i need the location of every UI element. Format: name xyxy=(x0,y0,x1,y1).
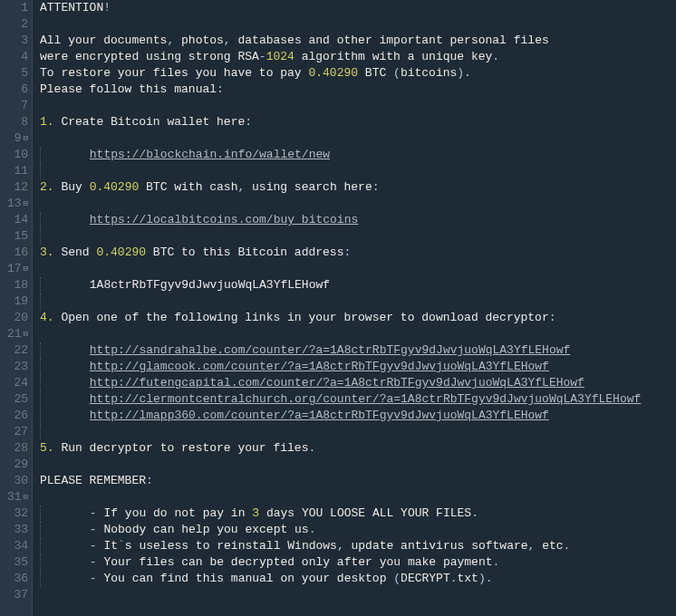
code-line[interactable]: ATTENTION! xyxy=(40,0,676,16)
line-number: 27 xyxy=(7,424,28,440)
code-line[interactable]: - You can find this manual on your deskt… xyxy=(40,571,676,587)
line-number: 31⊟ xyxy=(7,489,28,505)
code-line[interactable]: - Nobody can help you except us. xyxy=(40,522,676,538)
fold-toggle-icon[interactable]: ⊟ xyxy=(24,494,28,502)
indent-guide xyxy=(40,294,47,310)
text-token: - xyxy=(90,506,97,520)
indent-guide xyxy=(40,375,47,391)
url-link[interactable]: https://localbitcoins.com/buy_bitcoins xyxy=(90,213,358,226)
code-line[interactable] xyxy=(40,326,676,342)
text-token: DECRYPT xyxy=(401,572,450,585)
text-token: - xyxy=(90,523,97,536)
text-token: Create Bitcoin wallet here xyxy=(54,115,246,129)
indent-guide xyxy=(40,571,47,587)
line-number: 11 xyxy=(7,163,28,179)
line-number: 25 xyxy=(7,391,28,408)
code-line[interactable]: - If you do not pay in 3 days YOU LOOSE … xyxy=(40,505,676,522)
text-token: : xyxy=(146,474,153,487)
url-link[interactable]: http://futengcapital.com/counter/?a=1A8c… xyxy=(90,376,584,390)
code-line[interactable] xyxy=(40,587,676,603)
code-line[interactable]: 1A8ctrRbTFgyv9dJwvjuoWqLA3YfLEHowf xyxy=(40,277,676,294)
code-line[interactable]: https://localbitcoins.com/buy_bitcoins xyxy=(40,212,676,228)
text-token: photos xyxy=(174,34,224,47)
code-line[interactable]: http://lmapp360.com/counter/?a=1A8ctrRbT… xyxy=(40,408,676,424)
code-line[interactable] xyxy=(40,163,676,179)
code-line[interactable]: 5. Run decryptor to restore your files. xyxy=(40,440,676,457)
code-line[interactable]: - Your files can be decrypted only after… xyxy=(40,554,676,571)
text-token: Your files can be decrypted only after y… xyxy=(97,555,493,569)
code-line[interactable] xyxy=(40,457,676,473)
indent-guide xyxy=(40,391,47,408)
text-token: ). xyxy=(478,572,493,585)
line-number: 24 xyxy=(7,375,28,391)
text-token: - xyxy=(259,50,266,63)
code-line[interactable] xyxy=(40,424,676,440)
url-link[interactable]: http://glamcook.com/counter/?a=1A8ctrRbT… xyxy=(90,360,549,373)
code-line[interactable]: PLEASE REMEMBER: xyxy=(40,473,676,489)
fold-toggle-icon[interactable]: ⊟ xyxy=(24,200,28,208)
code-line[interactable] xyxy=(40,98,676,114)
code-line[interactable]: Please follow this manual: xyxy=(40,82,676,98)
code-line[interactable]: All your documents, photos, databases an… xyxy=(40,33,676,49)
line-number: 19 xyxy=(7,294,28,310)
code-line[interactable]: To restore your files you have to pay 0.… xyxy=(40,65,676,82)
text-token: BTC with cash xyxy=(139,180,237,194)
line-number: 3 xyxy=(7,33,28,49)
indent-guide xyxy=(40,505,47,522)
line-number: 26 xyxy=(7,408,28,424)
code-line[interactable]: - It`s useless to reinstall Windows, upd… xyxy=(40,538,676,554)
text-token: To restore your files you have to pay xyxy=(40,66,308,80)
indent-guide xyxy=(40,342,47,359)
text-token: PLEASE REMEMBER xyxy=(40,474,146,487)
indent-guide xyxy=(40,538,47,554)
code-line[interactable]: https://blockchain.info/wallet/new xyxy=(40,147,676,163)
fold-toggle-icon[interactable]: ⊟ xyxy=(24,265,28,274)
url-link[interactable]: http://lmapp360.com/counter/?a=1A8ctrRbT… xyxy=(90,409,549,422)
text-token: - xyxy=(90,572,97,585)
url-link[interactable]: http://sandrahalbe.com/counter/?a=1A8ctr… xyxy=(90,343,571,357)
text-token: algorithm with a unique key xyxy=(295,50,492,63)
code-area[interactable]: ATTENTION!All your documents, photos, da… xyxy=(33,0,676,616)
code-line[interactable]: 1. Create Bitcoin wallet here: xyxy=(40,114,676,130)
text-token: 0.40290 xyxy=(308,66,358,80)
line-number: 36 xyxy=(7,571,28,587)
url-link[interactable]: https://blockchain.info/wallet/new xyxy=(90,148,330,161)
text-token: All your documents xyxy=(40,34,167,47)
text-token: databases and other important personal f… xyxy=(231,34,549,47)
code-line[interactable] xyxy=(40,228,676,245)
code-line[interactable]: http://sandrahalbe.com/counter/?a=1A8ctr… xyxy=(40,342,676,359)
code-line[interactable] xyxy=(40,261,676,277)
code-line[interactable]: 4. Open one of the following links in yo… xyxy=(40,310,676,326)
line-number: 9⊟ xyxy=(7,130,28,147)
text-token: ( xyxy=(393,66,401,80)
code-line[interactable]: http://futengcapital.com/counter/?a=1A8c… xyxy=(40,375,676,391)
code-line[interactable] xyxy=(40,16,676,33)
line-number: 12 xyxy=(7,179,28,196)
line-number: 23 xyxy=(7,359,28,375)
text-token: ` xyxy=(118,539,125,553)
code-line[interactable]: 2. Buy 0.40290 BTC with cash, using sear… xyxy=(40,179,676,196)
line-number: 35 xyxy=(7,554,28,571)
code-line[interactable]: http://glamcook.com/counter/?a=1A8ctrRbT… xyxy=(40,359,676,375)
code-line[interactable]: http://clermontcentralchurch.org/counter… xyxy=(40,391,676,408)
fold-toggle-icon[interactable]: ⊟ xyxy=(24,331,28,339)
line-number: 14 xyxy=(7,212,28,228)
code-line[interactable]: 3. Send 0.40290 BTC to this Bitcoin addr… xyxy=(40,245,676,261)
line-number: 6 xyxy=(7,82,28,98)
text-token: . xyxy=(450,572,458,585)
fold-toggle-icon[interactable]: ⊟ xyxy=(24,135,28,143)
code-line[interactable] xyxy=(40,130,676,147)
line-number: 29 xyxy=(7,457,28,473)
code-line[interactable] xyxy=(40,196,676,212)
code-line[interactable]: were encrypted using strong RSA-1024 alg… xyxy=(40,49,676,65)
url-link[interactable]: http://clermontcentralchurch.org/counter… xyxy=(90,392,642,406)
indent-guide xyxy=(40,163,47,179)
line-number: 30 xyxy=(7,473,28,489)
line-number: 17⊟ xyxy=(7,261,28,277)
indent-guide xyxy=(40,522,47,538)
line-number: 1 xyxy=(7,0,28,16)
code-line[interactable] xyxy=(40,489,676,505)
code-line[interactable] xyxy=(40,294,676,310)
text-token: Run decryptor to restore your files xyxy=(54,441,309,455)
text-token: Please follow this manual xyxy=(40,82,217,96)
